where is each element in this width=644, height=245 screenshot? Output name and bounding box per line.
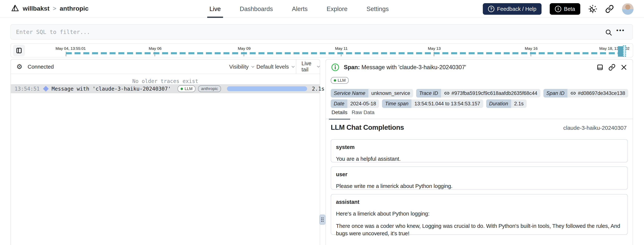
message-role: system xyxy=(336,144,622,150)
tick-label: May 09 xyxy=(238,46,251,51)
property-value: #d08697de343ce138 xyxy=(578,90,625,96)
connection-status-label: Connected xyxy=(28,64,54,70)
property-duration: Duration 2.1s xyxy=(486,99,526,108)
close-icon[interactable] xyxy=(620,64,628,71)
feedback-help-label: Feedback / Help xyxy=(497,6,536,12)
span-title-text: Message with 'claude-3-haiku-20240307' xyxy=(362,64,466,71)
connection-status: ⚙ Connected xyxy=(16,60,54,74)
message-content: You are a helpful assistant. xyxy=(336,155,622,163)
message-content: There once was a coder who knew, Logging… xyxy=(336,222,622,237)
nav-alerts[interactable]: Alerts xyxy=(290,0,310,18)
tick-label: May 06 xyxy=(149,46,162,51)
property-label: Service Name xyxy=(331,89,368,98)
message-content: Here's a limerick about Python logging: xyxy=(336,210,622,217)
theme-toggle-icon[interactable] xyxy=(588,5,597,13)
property-value: #973fba5919cf9c618aafdb2635f68c44 xyxy=(452,90,538,96)
breadcrumb-org[interactable]: willbakst xyxy=(23,5,50,12)
user-avatar[interactable] xyxy=(622,3,634,15)
property-value: unknown_service xyxy=(368,89,413,98)
expand-panel-icon[interactable] xyxy=(596,64,604,71)
tab-raw-data[interactable]: Raw Data xyxy=(352,109,374,119)
span-title: Span: Message with 'claude-3-haiku-20240… xyxy=(344,64,466,71)
span-title-label: Span: xyxy=(344,64,360,71)
chevron-down-icon xyxy=(251,65,255,69)
sidebar-toggle-button[interactable] xyxy=(13,45,25,56)
llm-badge: LLM xyxy=(178,85,196,92)
trace-row[interactable]: 13:54:51 Message with 'claude-3-haiku-20… xyxy=(11,84,320,93)
chevron-down-icon xyxy=(291,65,295,69)
histogram-bar[interactable] xyxy=(618,46,623,57)
share-link-icon[interactable] xyxy=(605,5,614,13)
visibility-dropdown[interactable]: Visibility xyxy=(229,60,255,74)
visibility-label: Visibility xyxy=(229,64,248,70)
info-circle-icon: i xyxy=(555,6,561,12)
panel-resize-handle[interactable] xyxy=(319,214,326,225)
nav-settings[interactable]: Settings xyxy=(364,0,391,18)
default-levels-dropdown[interactable]: Default levels xyxy=(256,60,295,74)
tick-label: May 13 xyxy=(428,46,441,51)
message-role: user xyxy=(336,171,622,177)
span-panel-header: Span: Message with 'claude-3-haiku-20240… xyxy=(326,60,633,75)
trace-duration: 2.1s xyxy=(312,86,324,92)
live-tail-dropdown[interactable]: Live tail xyxy=(296,60,320,74)
tab-details[interactable]: Details xyxy=(332,109,348,119)
span-details-panel: Span: Message with 'claude-3-haiku-20240… xyxy=(326,59,633,245)
sql-filter-bar: ••• xyxy=(10,24,633,40)
llm-badge-label: LLM xyxy=(338,78,346,83)
green-dot-icon xyxy=(180,88,183,90)
more-options-icon[interactable]: ••• xyxy=(616,27,625,34)
property-label: Time span xyxy=(382,99,412,108)
property-time-span: Time span 13:54:51.044 to 13:54:53.157 xyxy=(382,99,483,108)
model-name: claude-3-haiku-20240307 xyxy=(563,125,627,131)
feedback-help-button[interactable]: ? Feedback / Help xyxy=(483,3,542,15)
tick-label: May 11 xyxy=(335,46,348,51)
time-range-selection[interactable] xyxy=(623,46,626,57)
breadcrumb-project[interactable]: anthropic xyxy=(60,5,88,12)
nav-explore[interactable]: Explore xyxy=(324,0,350,18)
property-span-id[interactable]: Span ID #d08697de343ce138 xyxy=(544,89,628,98)
property-date: Date 2024-05-18 xyxy=(331,99,379,108)
top-header: willbakst > anthropic Live Dashboards Al… xyxy=(0,0,644,18)
default-levels-label: Default levels xyxy=(256,64,289,70)
beta-label: Beta xyxy=(564,6,575,12)
span-properties-row: Date 2024-05-18 Time span 13:54:51.044 t… xyxy=(331,99,526,108)
trace-duration-bar xyxy=(227,86,307,91)
gear-icon[interactable]: ⚙ xyxy=(16,63,22,70)
sql-filter-input[interactable] xyxy=(11,25,632,39)
section-title: LLM Chat Completions xyxy=(331,124,404,131)
no-older-traces-message: No older traces exist xyxy=(11,78,320,84)
message-card-system: system You are a helpful assistant. xyxy=(331,139,628,162)
property-label: Span ID xyxy=(544,89,568,98)
beta-button[interactable]: i Beta xyxy=(550,3,580,15)
property-value: 13:54:51.044 to 13:54:53.157 xyxy=(412,99,483,108)
time-histogram: May 04, 13:55:01 May 06 May 09 May 11 Ma… xyxy=(10,43,633,57)
tick-label: May 16 xyxy=(525,46,538,51)
link-icon xyxy=(444,90,450,96)
span-diamond-icon xyxy=(43,86,49,92)
message-card-assistant: assistant Here's a limerick about Python… xyxy=(331,194,628,235)
property-trace-id[interactable]: Trace ID #973fba5919cf9c618aafdb2635f68c… xyxy=(416,89,540,98)
trace-timestamp: 13:54:51 xyxy=(14,86,40,92)
nav-live[interactable]: Live xyxy=(207,0,223,18)
green-dot-icon xyxy=(334,79,336,82)
section-header: LLM Chat Completions claude-3-haiku-2024… xyxy=(331,124,627,131)
nav-dashboards[interactable]: Dashboards xyxy=(238,0,275,18)
traces-panel: ⚙ Connected Visibility Default levels Li… xyxy=(10,59,320,245)
header-actions: ? Feedback / Help i Beta xyxy=(483,3,634,15)
property-service-name: Service Name unknown_service xyxy=(331,89,413,98)
link-icon xyxy=(570,90,576,96)
span-panel-actions xyxy=(596,60,628,75)
message-card-user: user Please write me a limerick about Py… xyxy=(331,166,628,190)
breadcrumb-separator: > xyxy=(53,5,56,12)
span-info-icon xyxy=(331,63,339,71)
search-icon[interactable] xyxy=(605,29,612,36)
provider-badge: anthropic xyxy=(198,85,221,92)
property-label: Trace ID xyxy=(416,89,441,98)
copy-link-icon[interactable] xyxy=(608,64,616,71)
span-properties-row: Service Name unknown_service Trace ID #9… xyxy=(331,89,628,98)
app-logo-icon[interactable] xyxy=(11,4,20,13)
llm-badge: LLM xyxy=(331,77,349,84)
main-nav: Live Dashboards Alerts Explore Settings xyxy=(207,0,391,18)
timeline-dashed-line xyxy=(66,52,618,54)
message-content: Please write me a limerick about Python … xyxy=(336,182,622,190)
